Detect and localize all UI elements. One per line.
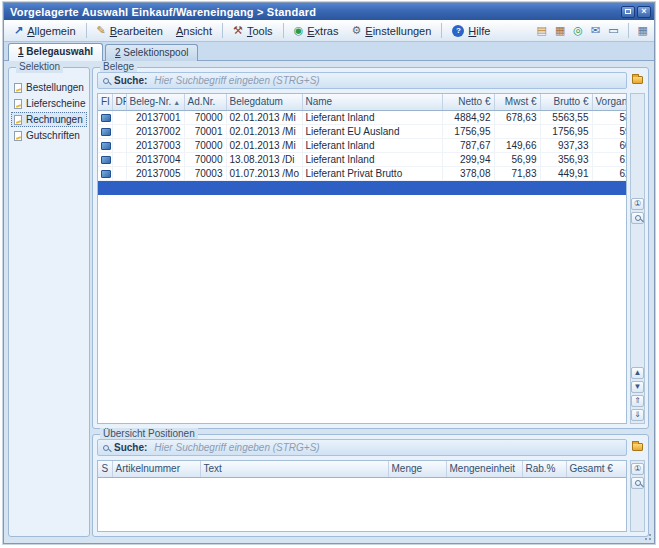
main-toolbar: ↗ Allgemein ✎ Bearbeiten Ansicht ⚒ Tools…	[4, 20, 654, 42]
scroll-down-button[interactable]: ▼	[631, 381, 644, 393]
record-number-button[interactable]: ①	[631, 198, 644, 210]
invoice-icon	[101, 156, 111, 164]
menu-label: Extras	[307, 25, 338, 37]
belege-search-input[interactable]	[152, 74, 621, 87]
mail-icon[interactable]: ✉	[589, 23, 602, 38]
positionen-search-input[interactable]	[152, 441, 621, 454]
page-down-button[interactable]: ⇓	[631, 409, 644, 421]
belege-group: Belege Suche: FI	[92, 67, 649, 429]
tab-belegauswahl[interactable]: 1 Belegauswahl	[8, 43, 103, 61]
tab-label: 2 Selektionspool	[115, 47, 188, 58]
resize-grip[interactable]	[641, 530, 653, 542]
tab-strip: 1 Belegauswahl 2 Selektionspool	[4, 42, 654, 61]
sidebar-item-label: Rechnungen	[26, 114, 83, 125]
menu-item-tools[interactable]: ⚒ Tools	[227, 22, 279, 40]
column-header-vorgang[interactable]: Vorgang	[592, 94, 627, 110]
close-icon: ×	[641, 7, 646, 16]
window-title: Vorgelagerte Auswahl Einkauf/Wareneingan…	[10, 6, 316, 18]
document-icon	[14, 115, 22, 125]
column-header-belegdatum[interactable]: Belegdatum	[226, 94, 302, 110]
selektion-group: Selektion Bestellungen Lieferscheine Rec…	[8, 67, 90, 537]
column-header-text[interactable]: Text	[200, 461, 388, 477]
positionen-group: Übersicht Positionen Suche: S	[92, 434, 649, 537]
menu-item-allgemein[interactable]: ↗ Allgemein	[8, 22, 82, 40]
column-header-artikelnummer[interactable]: Artikelnummer	[112, 461, 200, 477]
sidebar-item-bestellungen[interactable]: Bestellungen	[11, 80, 87, 95]
belege-table: FI DR Beleg-Nr.▲ Ad.Nr. Belegdatum Name …	[97, 93, 627, 424]
page-up-button[interactable]: ⇑	[631, 395, 644, 407]
search-icon	[103, 78, 109, 84]
close-button[interactable]: ×	[637, 6, 651, 18]
menu-label: Bearbeiten	[110, 25, 163, 37]
column-header-netto[interactable]: Netto €	[442, 94, 494, 110]
selected-empty-row[interactable]	[98, 180, 627, 194]
positionen-folder-button[interactable]	[629, 440, 645, 454]
table-row[interactable]: 20137005 70003 01.07.2013 /Mo Lieferant …	[98, 166, 627, 180]
sidebar-item-gutschriften[interactable]: Gutschriften	[11, 128, 87, 143]
positionen-table: S Artikelnummer Text Menge Mengeneinheit…	[97, 460, 627, 532]
sidebar-item-rechnungen[interactable]: Rechnungen	[11, 112, 87, 127]
zoom-search-button[interactable]	[631, 212, 644, 224]
restore-button[interactable]	[621, 6, 635, 18]
catalog-icon[interactable]: ▤	[535, 23, 549, 38]
selektion-legend: Selektion	[16, 61, 63, 73]
folder-icon	[632, 443, 643, 451]
globe-icon[interactable]: ◎	[571, 23, 585, 38]
menu-label: Allgemein	[27, 25, 75, 37]
column-header-fi[interactable]: FI	[98, 94, 112, 110]
menu-item-einstellungen[interactable]: ⚙ Einstellungen	[345, 22, 437, 40]
column-header-mengeneinheit[interactable]: Mengeneinheit	[446, 461, 522, 477]
gear-icon: ⚙	[351, 25, 361, 36]
column-header-mwst[interactable]: Mwst €	[494, 94, 540, 110]
column-header-rab[interactable]: Rab.%	[522, 461, 566, 477]
menu-item-extras[interactable]: ◉ Extras	[288, 22, 345, 40]
column-header-name[interactable]: Name	[302, 94, 442, 110]
scroll-up-button[interactable]: ▲	[631, 367, 644, 379]
menu-item-bearbeiten[interactable]: ✎ Bearbeiten	[91, 22, 169, 40]
invoice-icon	[101, 128, 111, 136]
document-icon	[14, 131, 22, 141]
package-icon[interactable]: ▦	[553, 23, 567, 38]
restore-icon	[625, 9, 631, 14]
toolbar-separator	[628, 23, 629, 38]
grid-icon[interactable]: ▦	[636, 23, 650, 38]
column-header-menge[interactable]: Menge	[388, 461, 446, 477]
table-header-row: S Artikelnummer Text Menge Mengeneinheit…	[98, 461, 627, 477]
search-label: Suche:	[114, 75, 147, 86]
magnifier-icon	[635, 215, 641, 221]
belege-search-bar: Suche:	[97, 72, 627, 89]
pencil-icon: ✎	[97, 25, 106, 36]
table-row[interactable]: 20137001 70000 02.01.2013 /Mi Lieferant …	[98, 110, 627, 124]
toolbar-separator	[86, 23, 87, 38]
monitor-icon[interactable]: ▭	[606, 23, 620, 38]
column-header-s[interactable]: S	[98, 461, 112, 477]
sidebar-item-label: Lieferscheine	[26, 98, 85, 109]
title-bar: Vorgelagerte Auswahl Einkauf/Wareneingan…	[4, 3, 654, 20]
tab-label: 1 Belegauswahl	[18, 46, 93, 57]
positionen-side-toolbar: ①	[630, 460, 645, 532]
menu-label: Hilfe	[468, 25, 490, 37]
column-header-ad-nr[interactable]: Ad.Nr.	[184, 94, 226, 110]
column-header-gesamt[interactable]: Gesamt €	[566, 461, 627, 477]
column-header-beleg-nr[interactable]: Beleg-Nr.▲	[126, 94, 184, 110]
invoice-icon	[101, 170, 111, 178]
table-row[interactable]: 20137003 70000 02.01.2013 /Mi Lieferant …	[98, 138, 627, 152]
belege-side-toolbar: ① ▲ ▼ ⇑ ⇓	[630, 93, 645, 424]
table-row[interactable]: 20137004 70000 13.08.2013 /Di Lieferant …	[98, 152, 627, 166]
tab-selektionspool[interactable]: 2 Selektionspool	[105, 44, 198, 61]
column-header-dr[interactable]: DR	[112, 94, 126, 110]
toolbar-separator	[283, 23, 284, 38]
record-number-button[interactable]: ①	[631, 463, 644, 475]
menu-item-hilfe[interactable]: ? Hilfe	[446, 22, 496, 40]
menu-item-ansicht[interactable]: Ansicht	[170, 22, 218, 40]
jump-arrow-icon: ↗	[14, 25, 23, 36]
sidebar-item-lieferscheine[interactable]: Lieferscheine	[11, 96, 87, 111]
column-header-brutto[interactable]: Brutto €	[540, 94, 592, 110]
invoice-icon	[101, 114, 111, 122]
table-row[interactable]: 20137002 70001 02.01.2013 /Mi Lieferant …	[98, 124, 627, 138]
hammer-icon: ⚒	[233, 25, 243, 36]
belege-folder-button[interactable]	[629, 73, 645, 87]
menu-label: Tools	[247, 25, 273, 37]
selektion-list: Bestellungen Lieferscheine Rechnungen Gu…	[9, 68, 89, 145]
zoom-search-button[interactable]	[631, 477, 644, 489]
